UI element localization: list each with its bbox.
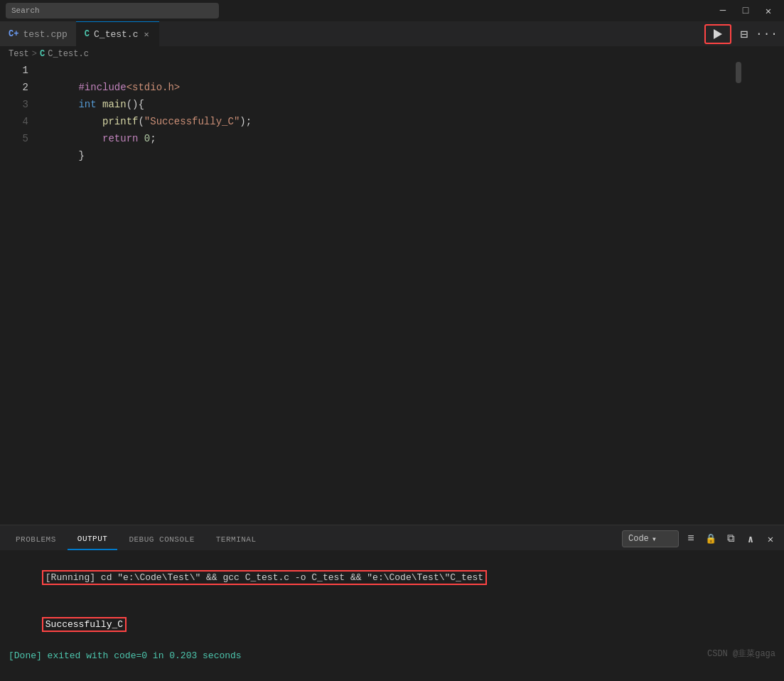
line-numbers: 1 2 3 4 5	[0, 62, 34, 525]
line-num-5: 5	[9, 130, 28, 147]
panel-content[interactable]: [Running] cd "e:\Code\Test\" && gcc C_te…	[0, 550, 784, 681]
tab-c-test-c[interactable]: C C_test.c ✕	[76, 21, 159, 46]
token-include: #include	[78, 82, 126, 93]
toolbar-right: ⊟ ···	[697, 21, 784, 46]
c-icon: C	[85, 29, 90, 39]
tab-terminal-label: TERMINAL	[216, 535, 257, 544]
tab-problems-label: PROBLEMS	[16, 535, 56, 544]
breadcrumb-separator: >	[32, 49, 37, 59]
line-num-3: 3	[9, 96, 28, 113]
output-highlight-success: Successfully_C	[42, 617, 127, 632]
line-num-2: 2	[9, 79, 28, 96]
close-panel-button[interactable]: ✕	[763, 531, 778, 547]
editor-scrollbar[interactable]	[736, 62, 741, 525]
breadcrumb-filename: C_test.c	[48, 49, 89, 59]
editor-area[interactable]: 1 2 3 4 5 #include<stdio.h> int main(){ …	[0, 62, 784, 525]
token-stdio: <stdio.h>	[127, 82, 181, 93]
token-indent-4	[78, 133, 102, 144]
output-highlight-running: [Running] cd "e:\Code\Test\" && gcc C_te…	[42, 570, 487, 585]
token-main: main	[102, 99, 127, 110]
split-editor-button[interactable]: ⊟	[734, 24, 754, 44]
editor-scrollbar-thumb[interactable]	[736, 62, 741, 83]
tab-output[interactable]: OUTPUT	[68, 529, 118, 550]
token-indent-3	[78, 116, 102, 127]
tab-test-cpp[interactable]: C+ test.cpp	[0, 21, 76, 46]
output-line-done: [Done] exited with code=0 in 0.203 secon…	[9, 648, 775, 664]
cpp-icon: C+	[9, 29, 18, 39]
minimize-icon[interactable]: ─	[713, 3, 733, 18]
panel: PROBLEMS OUTPUT DEBUG CONSOLE TERMINAL C…	[0, 525, 784, 681]
title-bar: Search ─ □ ✕	[0, 0, 784, 21]
panel-controls: Code ▾ ≡ 🔒 ⧉ ∧ ✕	[622, 530, 778, 550]
breadcrumb-workspace: Test	[9, 49, 29, 59]
tab-terminal[interactable]: TERMINAL	[206, 529, 267, 550]
tab-label-c-test-c: C_test.c	[94, 29, 138, 40]
tab-bar: C+ test.cpp C C_test.c ✕	[0, 21, 784, 46]
token-printf: printf	[102, 116, 138, 127]
title-bar-right: ─ □ ✕	[713, 3, 778, 18]
more-actions-button[interactable]: ···	[757, 24, 777, 44]
tab-debug-label: DEBUG CONSOLE	[129, 535, 194, 544]
search-text: Search	[11, 6, 40, 15]
token-int: int	[78, 99, 102, 110]
token-zero: 0	[144, 133, 150, 144]
breadcrumb-c-icon: C	[40, 49, 45, 59]
token-string: "Successfully_C"	[144, 116, 240, 127]
copy-output-button[interactable]: ⧉	[723, 531, 739, 547]
run-icon	[714, 29, 722, 39]
token-paren-open: (){	[127, 99, 144, 110]
token-paren-printf: (	[138, 116, 144, 127]
lock-output-button[interactable]: 🔒	[703, 531, 719, 547]
tab-problems[interactable]: PROBLEMS	[6, 529, 66, 550]
output-line-running: [Running] cd "e:\Code\Test\" && gcc C_te…	[9, 554, 775, 601]
maximize-icon[interactable]: □	[736, 3, 756, 18]
tab-close-button[interactable]: ✕	[142, 28, 150, 41]
dropdown-selected: Code	[628, 534, 649, 544]
svg-marker-0	[714, 29, 722, 39]
watermark-text: CSDN @韭菜gaga	[707, 649, 775, 659]
run-button[interactable]	[704, 24, 731, 44]
output-source-dropdown[interactable]: Code ▾	[622, 530, 679, 547]
close-window-icon[interactable]: ✕	[758, 3, 778, 18]
token-close-printf: );	[240, 116, 252, 127]
tab-debug-console[interactable]: DEBUG CONSOLE	[119, 529, 204, 550]
line-num-1: 1	[9, 62, 28, 79]
dropdown-chevron: ▾	[652, 534, 657, 545]
clear-output-button[interactable]: ≡	[683, 531, 699, 547]
panel-tab-bar: PROBLEMS OUTPUT DEBUG CONSOLE TERMINAL C…	[0, 525, 784, 550]
breadcrumb: Test > C C_test.c	[0, 46, 784, 62]
code-line-1: #include<stdio.h>	[43, 62, 775, 79]
output-line-success: Successfully_C	[9, 601, 775, 648]
title-bar-left: Search	[6, 3, 219, 18]
watermark: CSDN @韭菜gaga	[707, 648, 775, 660]
code-line-3: printf("Successfully_C");	[43, 96, 775, 113]
token-brace-close: }	[78, 150, 84, 161]
collapse-panel-button[interactable]: ∧	[743, 531, 758, 547]
token-semicolon: ;	[150, 133, 156, 144]
tab-label-test-cpp: test.cpp	[23, 29, 67, 40]
code-area: #include<stdio.h> int main(){ printf("Su…	[34, 62, 784, 525]
token-return: return	[102, 133, 144, 144]
line-num-4: 4	[9, 113, 28, 130]
minimap	[741, 62, 784, 525]
tab-output-label: OUTPUT	[77, 535, 108, 543]
search-bar[interactable]: Search	[6, 3, 219, 18]
